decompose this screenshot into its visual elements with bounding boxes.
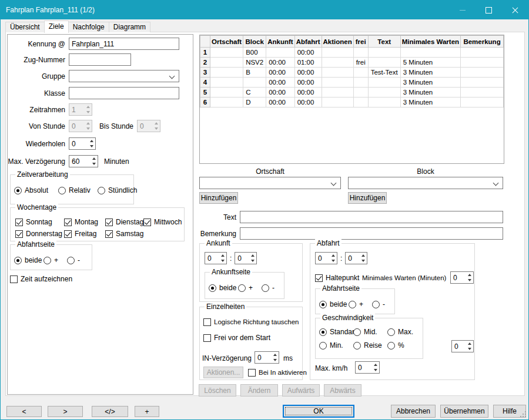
checkbox-bei-in-aktivieren[interactable]: Bei In aktivieren [248,368,307,377]
spin-up-icon[interactable] [155,122,158,125]
column-header[interactable]: Bemerkung [461,36,504,48]
aktionen-button[interactable]: Aktionen... [203,367,243,378]
checkbox-zeit-aufzeichnen[interactable]: Zeit aufzeichnen [10,275,72,283]
table-cell[interactable]: 3 Minuten [400,98,460,107]
spin-up-icon[interactable] [86,122,90,125]
max-verzoegerung-spinner[interactable]: 60 [69,155,98,167]
tab-ziele[interactable]: Ziele [44,21,69,33]
table-cell[interactable]: D [243,98,266,107]
zeitrahmen-spinner[interactable]: 1 [69,103,92,116]
table-cell[interactable] [322,58,353,68]
spin-down-icon[interactable] [86,127,90,130]
kennung-input[interactable] [69,38,179,50]
table-cell[interactable]: 00:00 [266,98,294,107]
spin-down-icon[interactable] [86,111,90,113]
table-cell[interactable]: 3 Minuten [400,88,460,98]
spin-up-icon[interactable] [273,354,277,356]
hilfe-button[interactable]: Hilfe [493,405,526,418]
column-header[interactable]: Aktionen [322,36,353,48]
title-bar[interactable]: Fahrplan Fahrplan_111 (1/2) [1,1,528,19]
nav-prev-button[interactable]: < [6,406,42,417]
radio-abfahrt-seite-minus[interactable]: - [372,300,385,308]
table-row[interactable]: 1B0000:00 [200,48,504,58]
uebernehmen-button[interactable]: Übernehmen [440,405,488,418]
tab-nachfolge[interactable]: Nachfolge [68,22,109,32]
table-cell[interactable]: 00:00 [294,48,322,58]
radio-stuendlich[interactable]: Stündlich [98,186,137,194]
wiederholen-spinner[interactable]: 0 [69,137,96,150]
table-cell[interactable]: 00:00 [294,68,322,78]
radio-ankunftseite-minus[interactable]: - [262,284,274,292]
table-cell[interactable]: 3 Minuten [400,78,460,88]
maximize-button[interactable] [476,1,502,19]
table-cell[interactable] [461,78,504,88]
table-cell[interactable] [210,68,243,78]
geschwindigkeit-wert-spinner[interactable]: 0 [451,340,474,352]
table-cell[interactable] [353,68,368,78]
klasse-input[interactable] [69,87,179,99]
column-header[interactable] [200,36,210,48]
column-header[interactable]: frei [353,36,368,48]
row-header[interactable]: 6 [200,98,210,107]
checkbox-haltepunkt[interactable]: Haltepunkt [315,274,359,282]
table-cell[interactable]: 3 Minuten [400,68,460,78]
radio-absolut[interactable]: Absolut [14,186,48,194]
spin-up-icon[interactable] [468,342,471,345]
nav-next-button[interactable]: > [48,406,83,417]
spin-up-icon[interactable] [468,274,471,276]
table-cell[interactable]: C [243,88,266,98]
spin-up-icon[interactable] [374,364,377,366]
table-cell[interactable] [461,98,504,107]
text-input[interactable] [240,211,503,223]
table-cell[interactable] [461,88,504,98]
zugnummer-input[interactable] [69,53,131,66]
table-cell[interactable] [322,78,353,88]
spin-up-icon[interactable] [92,157,96,160]
table-cell[interactable] [461,58,504,68]
nav-code-button[interactable]: </> [92,406,128,417]
block-hinzufuegen-button[interactable]: Hinzufügen [348,192,387,204]
bemerkung-input[interactable] [240,227,503,240]
in-verzoegerung-spinner[interactable]: 0 [255,351,279,364]
loeschen-button[interactable]: Löschen [199,384,236,397]
tab-uebersicht[interactable]: Übersicht [5,22,45,32]
table-cell[interactable]: 5 Minuten [400,58,460,68]
tab-diagramm[interactable]: Diagramm [109,22,150,32]
spin-down-icon[interactable] [273,359,277,361]
spin-down-icon[interactable] [90,145,93,147]
table-cell[interactable]: 00:00 [266,58,294,68]
spin-down-icon[interactable] [251,260,255,262]
checkbox-freitag[interactable]: Freitag [64,230,96,238]
checkbox-montag[interactable]: Montag [64,218,98,226]
spin-down-icon[interactable] [332,260,335,262]
row-header[interactable]: 3 [200,68,210,78]
column-header[interactable]: Text [368,36,400,48]
spin-down-icon[interactable] [92,163,96,165]
table-cell[interactable] [400,48,460,58]
table-cell[interactable]: 00:00 [266,88,294,98]
aufwaerts-button[interactable]: Aufwärts [282,384,320,397]
radio-reise[interactable]: Reise [353,341,382,350]
abfahrt-minute-spinner[interactable]: 0 [345,252,367,264]
ok-button[interactable]: OK [283,405,354,418]
table-cell[interactable] [368,98,400,107]
column-header[interactable]: Ankunft [266,36,294,48]
radio-ankunftseite-beide[interactable]: beide [209,284,236,292]
radio-max[interactable]: Max. [387,328,413,336]
checkbox-dienstag[interactable]: Dienstag [105,218,143,226]
spin-up-icon[interactable] [221,254,225,257]
radio-min[interactable]: Min. [319,341,343,350]
table-row[interactable]: 5C00:0000:003 Minuten [200,88,504,98]
radio-abfahrtseite-beide[interactable]: beide [14,256,42,264]
table-cell[interactable] [210,88,243,98]
close-button[interactable] [502,1,528,19]
checkbox-frei-vor-start[interactable]: Frei vor dem Start [203,334,270,342]
checkbox-logische-richtung[interactable]: Logische Richtung tauschen [203,318,299,326]
radio-abfahrt-seite-beide[interactable]: beide [319,300,347,308]
spin-up-icon[interactable] [332,254,335,257]
spin-down-icon[interactable] [361,260,365,262]
resize-grip[interactable] [525,416,526,417]
spin-up-icon[interactable] [86,106,90,108]
table-cell[interactable] [353,98,368,107]
ankunft-hour-spinner[interactable]: 0 [205,252,227,264]
